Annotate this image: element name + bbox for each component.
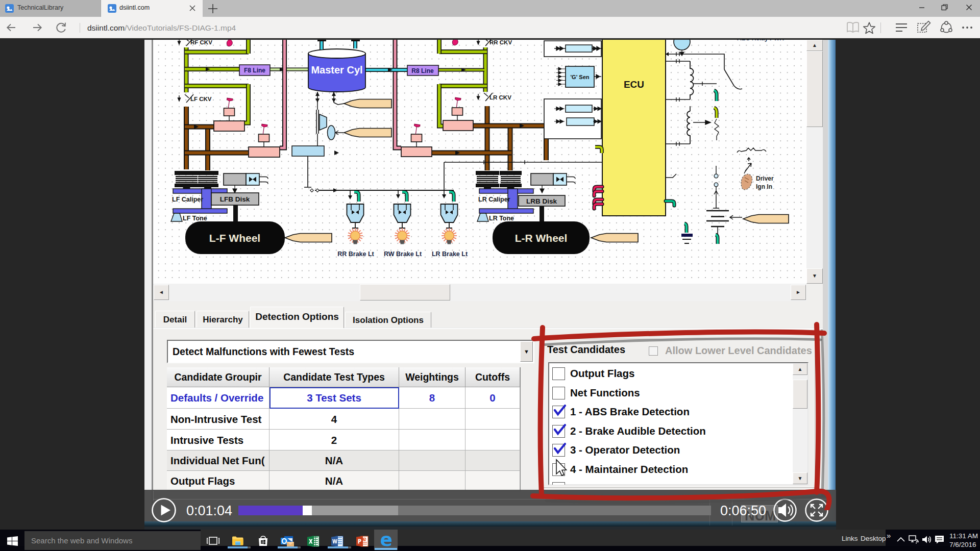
svg-text:RR CKV: RR CKV (489, 40, 512, 45)
svg-text:Master Cyl: Master Cyl (311, 64, 362, 76)
svg-text:Ign In: Ign In (756, 183, 772, 190)
svg-text:ECU: ECU (624, 79, 644, 90)
svg-text:LRB Disk: LRB Disk (526, 197, 557, 205)
svg-text:LF CKV: LF CKV (190, 96, 212, 102)
svg-text:LR Caliper: LR Caliper (478, 196, 510, 203)
svg-text:Driver: Driver (756, 175, 774, 182)
svg-text:L-R Wheel: L-R Wheel (515, 232, 568, 244)
svg-text:LR CKV: LR CKV (489, 94, 511, 101)
svg-text:RF CKV: RF CKV (190, 40, 212, 45)
svg-text:LR Brake Lt: LR Brake Lt (432, 251, 468, 258)
svg-text:R8 Line: R8 Line (411, 67, 434, 74)
svg-text:LFB Disk: LFB Disk (220, 195, 250, 203)
svg-text:F8 Line: F8 Line (244, 67, 265, 74)
svg-text:LF Tone: LF Tone (183, 215, 207, 222)
svg-text:ABS Relay PWR: ABS Relay PWR (737, 40, 784, 42)
svg-text:LR Tone: LR Tone (489, 215, 514, 222)
svg-text:LF Caliper: LF Caliper (172, 196, 203, 203)
svg-text:L-F Wheel: L-F Wheel (209, 232, 260, 244)
svg-text:RW Brake Lt: RW Brake Lt (384, 251, 422, 258)
svg-text:RR Brake Lt: RR Brake Lt (337, 251, 374, 258)
svg-text:'G' Sen: 'G' Sen (570, 74, 589, 80)
